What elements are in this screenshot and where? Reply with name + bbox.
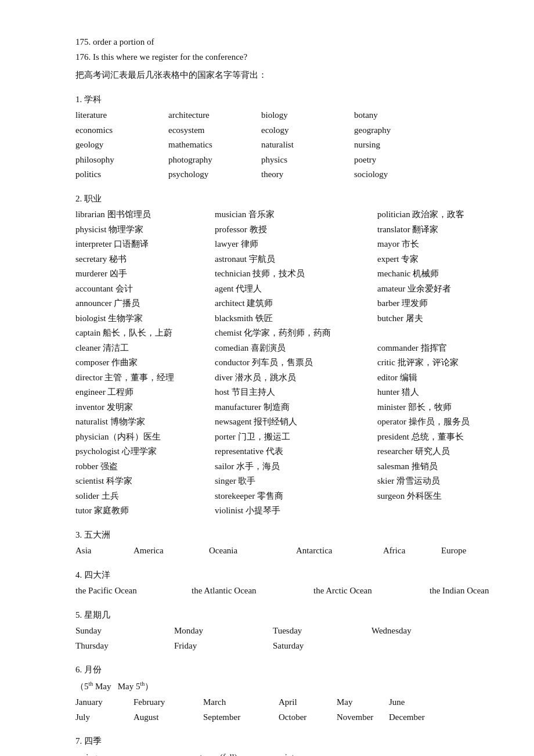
job-empty1: [377, 326, 476, 341]
job-host: host 节目主持人: [215, 385, 377, 400]
ocean-indian: the Indian Ocean: [430, 584, 534, 599]
job-director: director 主管，董事，经理: [75, 370, 215, 386]
month-february: February: [134, 695, 203, 710]
oceans-row: the Pacific Ocean the Atlantic Ocean the…: [75, 584, 476, 599]
job-porter: porter 门卫，搬运工: [215, 430, 377, 445]
job-secretary: secretary 秘书: [75, 252, 215, 267]
day-sunday: Sunday: [75, 624, 174, 639]
job-comedian: comedian 喜剧演员: [215, 341, 377, 356]
job-sailor: sailor 水手，海员: [215, 459, 377, 474]
word-economics: economics: [75, 123, 168, 138]
month-july: July: [75, 710, 134, 725]
word-sociology: sociology: [354, 167, 447, 182]
day-empty: [371, 639, 470, 654]
job-chemist: chemist 化学家，药剂师，药商: [215, 326, 377, 341]
intro-text: 把高考词汇表最后几张表格中的国家名字等背出：: [75, 68, 476, 83]
month-april: April: [279, 695, 337, 710]
job-robber: robber 强盗: [75, 459, 215, 474]
job-diver: diver 潜水员，跳水员: [215, 370, 377, 386]
job-murderer: murderer 凶手: [75, 267, 215, 282]
day-saturday: Saturday: [273, 639, 371, 654]
job-musician: musician 音乐家: [215, 207, 377, 222]
word-politics: politics: [75, 167, 168, 182]
word-physics: physics: [261, 153, 354, 168]
job-minister: minister 部长，牧师: [377, 400, 476, 415]
season-winter: winter: [279, 750, 337, 757]
section7-title: 7. 四季: [75, 734, 476, 749]
month-may: May: [337, 695, 389, 710]
job-agent: agent 代理人: [215, 282, 377, 297]
seasons-grid: spring summer autumn (fall) winter: [75, 750, 476, 757]
job-accountant: accountant 会计: [75, 282, 215, 297]
section2-title: 2. 职业: [75, 192, 476, 207]
word-geology: geology: [75, 138, 168, 153]
job-barber: barber 理发师: [377, 296, 476, 311]
word-photography: photography: [168, 153, 261, 168]
job-hunter: hunter 猎人: [377, 385, 476, 400]
word-mathematics: mathematics: [168, 138, 261, 153]
line-175: 175. order a portion of: [75, 35, 476, 50]
month-november: November: [337, 710, 389, 725]
job-translator: translator 翻译家: [377, 222, 476, 237]
job-cleaner: cleaner 清洁工: [75, 341, 215, 356]
month-october: October: [279, 710, 337, 725]
month-august: August: [134, 710, 203, 725]
ocean-atlantic: the Atlantic Ocean: [192, 584, 313, 599]
job-blacksmith: blacksmith 铁匠: [215, 311, 377, 326]
word-ecology: ecology: [261, 123, 354, 138]
days-grid: Sunday Monday Tuesday Wednesday Thursday…: [75, 624, 476, 653]
job-technician: technician 技师，技术员: [215, 267, 377, 282]
job-commander: commander 指挥官: [377, 341, 476, 356]
season-spring: spring: [75, 750, 134, 757]
job-announcer: announcer 广播员: [75, 296, 215, 311]
continent-antarctica: Antarctica: [296, 543, 383, 559]
job-lawyer: lawyer 律师: [215, 237, 377, 252]
continent-oceania: Oceania: [209, 543, 296, 559]
job-solider: solider 土兵: [75, 489, 215, 504]
job-conductor: conductor 列车员，售票员: [215, 355, 377, 370]
ocean-arctic: the Arctic Ocean: [313, 584, 430, 599]
word-geography: geography: [354, 123, 447, 138]
month-december: December: [389, 710, 435, 725]
day-thursday: Thursday: [75, 639, 174, 654]
continent-asia: Asia: [75, 543, 134, 559]
job-inventor: inventor 发明家: [75, 400, 215, 415]
job-scientist: scientist 科学家: [75, 474, 215, 489]
section4-title: 4. 四大洋: [75, 568, 476, 583]
word-biology: biology: [261, 108, 354, 123]
month-september: September: [203, 710, 279, 725]
section1-title: 1. 学科: [75, 92, 476, 107]
job-operator: operator 操作员，服务员: [377, 415, 476, 430]
month-march: March: [203, 695, 279, 710]
word-poetry: poetry: [354, 153, 447, 168]
month-note: （5th May May 5th）: [75, 679, 476, 694]
job-skier: skier 滑雪运动员: [377, 474, 476, 489]
job-singer: singer 歌手: [215, 474, 377, 489]
word-architecture: architecture: [168, 108, 261, 123]
job-composer: composer 作曲家: [75, 355, 215, 370]
job-professor: professor 教授: [215, 222, 377, 237]
section5-title: 5. 星期几: [75, 608, 476, 623]
word-philosophy: philosophy: [75, 153, 168, 168]
job-astronaut: astronaut 宇航员: [215, 252, 377, 267]
job-salesman: salesman 推销员: [377, 459, 476, 474]
section3-title: 3. 五大洲: [75, 528, 476, 543]
continent-america: America: [134, 543, 209, 559]
section2-grid: librarian 图书馆理员 musician 音乐家 politician …: [75, 207, 476, 519]
day-monday: Monday: [174, 624, 273, 639]
job-newsagent: newsagent 报刊经销人: [215, 415, 377, 430]
job-engineer: engineer 工程师: [75, 385, 215, 400]
job-mayor: mayor 市长: [377, 237, 476, 252]
day-wednesday: Wednesday: [371, 624, 470, 639]
job-captain: captain 船长，队长，上蔚: [75, 326, 215, 341]
job-politician: politician 政治家，政客: [377, 207, 476, 222]
job-tutor: tutor 家庭教师: [75, 503, 215, 519]
job-librarian: librarian 图书馆理员: [75, 207, 215, 222]
job-biologist: biologist 生物学家: [75, 311, 215, 326]
word-psychology: psychology: [168, 167, 261, 182]
continent-africa: Africa: [383, 543, 441, 559]
word-literature: literature: [75, 108, 168, 123]
day-tuesday: Tuesday: [273, 624, 371, 639]
job-mechanic: mechanic 机械师: [377, 267, 476, 282]
continent-europe: Europe: [441, 543, 488, 559]
